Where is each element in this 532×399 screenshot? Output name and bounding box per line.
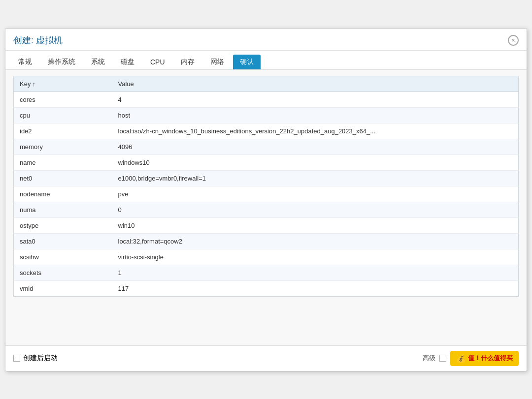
- table-cell-value: win10: [112, 217, 519, 233]
- tab-general[interactable]: 常规: [11, 55, 39, 69]
- tab-memory[interactable]: 内存: [174, 55, 201, 69]
- advanced-checkbox[interactable]: [439, 355, 446, 362]
- footer: 创建后启动 高级 💰 值！什么值得买: [5, 345, 527, 371]
- tab-cpu[interactable]: CPU: [143, 55, 172, 69]
- tab-os[interactable]: 操作系统: [41, 55, 82, 69]
- table-cell-value: virtio-scsi-single: [112, 249, 519, 265]
- table-cell-value: pve: [112, 186, 519, 202]
- col-header-key: Key↑: [14, 76, 112, 92]
- table-row: ide2local:iso/zh-cn_windows_10_business_…: [14, 123, 519, 139]
- tab-bar: 常规 操作系统 系统 磁盘 CPU 内存 网络 确认: [5, 51, 527, 70]
- table-cell-key: scsihw: [14, 249, 112, 265]
- table-row: sata0local:32,format=qcow2: [14, 233, 519, 249]
- table-cell-key: nodename: [14, 186, 112, 202]
- table-cell-key: name: [14, 154, 112, 170]
- close-button[interactable]: ×: [508, 35, 519, 46]
- tab-disk[interactable]: 磁盘: [114, 55, 141, 69]
- brand-text: 值！什么值得买: [468, 354, 513, 363]
- table-cell-value: 4: [112, 92, 519, 107]
- advanced-label: 高级: [423, 354, 435, 363]
- create-vm-dialog: 创建: 虚拟机 × 常规 操作系统 系统 磁盘 CPU 内存 网络 确认 Key…: [5, 28, 527, 371]
- table-cell-key: ide2: [14, 123, 112, 139]
- table-row: scsihwvirtio-scsi-single: [14, 249, 519, 265]
- table-cell-key: cpu: [14, 107, 112, 123]
- table-row: ostypewin10: [14, 217, 519, 233]
- table-row: net0e1000,bridge=vmbr0,firewall=1: [14, 170, 519, 186]
- table-row: cores4: [14, 92, 519, 107]
- dialog-header: 创建: 虚拟机 ×: [5, 29, 527, 51]
- table-row: sockets1: [14, 265, 519, 280]
- start-after-create-label: 创建后启动: [23, 354, 58, 363]
- footer-left: 创建后启动: [13, 354, 58, 363]
- table-cell-key: sata0: [14, 233, 112, 249]
- table-row: cpuhost: [14, 107, 519, 123]
- table-cell-value: e1000,bridge=vmbr0,firewall=1: [112, 170, 519, 186]
- content-area: Key↑ Value cores4cpuhostide2local:iso/zh…: [5, 70, 527, 345]
- table-row: nodenamepve: [14, 186, 519, 202]
- tab-confirm[interactable]: 确认: [233, 55, 261, 69]
- table-cell-value: local:iso/zh-cn_windows_10_business_edit…: [112, 123, 519, 139]
- table-cell-value: 117: [112, 280, 519, 296]
- table-row: vmid117: [14, 280, 519, 296]
- table-cell-value: host: [112, 107, 519, 123]
- col-header-value: Value: [112, 76, 519, 92]
- tab-network[interactable]: 网络: [203, 55, 231, 69]
- table-cell-key: numa: [14, 202, 112, 217]
- dialog-title: 创建: 虚拟机: [13, 34, 63, 46]
- table-cell-value: 1: [112, 265, 519, 280]
- table-cell-key: net0: [14, 170, 112, 186]
- table-cell-value: windows10: [112, 154, 519, 170]
- footer-right: 高级 💰 值！什么值得买: [423, 351, 519, 366]
- table-cell-value: 0: [112, 202, 519, 217]
- brand-icon: 💰: [456, 354, 466, 363]
- table-cell-key: cores: [14, 92, 112, 107]
- start-after-create-checkbox-container[interactable]: 创建后启动: [13, 354, 58, 363]
- table-cell-key: sockets: [14, 265, 112, 280]
- table-cell-value: 4096: [112, 139, 519, 154]
- tab-system[interactable]: 系统: [84, 55, 112, 69]
- table-cell-key: memory: [14, 139, 112, 154]
- sort-arrow-icon[interactable]: ↑: [32, 80, 35, 88]
- table-cell-key: vmid: [14, 280, 112, 296]
- table-cell-value: local:32,format=qcow2: [112, 233, 519, 249]
- config-table: Key↑ Value cores4cpuhostide2local:iso/zh…: [13, 76, 519, 297]
- table-row: numa0: [14, 202, 519, 217]
- start-after-create-checkbox[interactable]: [13, 355, 20, 362]
- table-row: memory4096: [14, 139, 519, 154]
- table-cell-key: ostype: [14, 217, 112, 233]
- table-row: namewindows10: [14, 154, 519, 170]
- brand-badge: 💰 值！什么值得买: [450, 351, 519, 366]
